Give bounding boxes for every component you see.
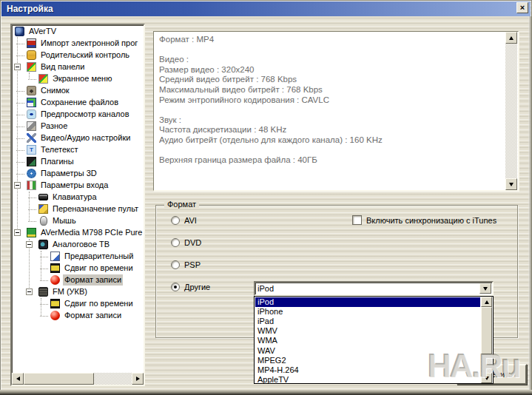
snapshot-icon bbox=[27, 86, 36, 95]
tree-item[interactable]: Формат записи bbox=[12, 310, 144, 322]
radio-button[interactable] bbox=[171, 260, 180, 269]
radio-label: PSP bbox=[184, 260, 201, 269]
tree-expander-minus-icon[interactable] bbox=[26, 241, 33, 248]
tree-item-label[interactable]: Плагины bbox=[39, 156, 75, 167]
fm-radio-icon bbox=[38, 287, 48, 297]
info-line: Верхняя граница размера файла : 40ГБ bbox=[159, 155, 500, 166]
tree-connector bbox=[40, 257, 48, 257]
other-format-combobox[interactable]: iPod bbox=[254, 281, 494, 296]
tree-item-label[interactable]: Формат записи bbox=[63, 310, 123, 321]
format-info-box: Формат : MP4 Видео :Размер видео : 320x2… bbox=[153, 31, 519, 191]
scroll-track[interactable] bbox=[505, 44, 517, 178]
tree-item[interactable]: Параметры входа bbox=[12, 180, 144, 192]
format-radio-psp[interactable]: PSP bbox=[171, 260, 201, 270]
tree-horizontal-scrollbar[interactable] bbox=[12, 373, 144, 385]
tree-item-label[interactable]: Экранное меню bbox=[51, 73, 113, 84]
tree-item-label[interactable]: AVerMedia M798 PCIe Pure bbox=[39, 227, 144, 238]
radio-button[interactable] bbox=[171, 283, 180, 291]
info-line: Размер видео : 320x240 bbox=[159, 65, 500, 75]
tree-connector bbox=[16, 126, 24, 127]
input-settings-icon bbox=[27, 180, 36, 190]
tree-item[interactable]: Снимок bbox=[12, 85, 144, 97]
tree-connector bbox=[16, 174, 24, 175]
tree-item[interactable]: Формат записи bbox=[12, 274, 144, 286]
tree-item-label[interactable]: Родительский контроль bbox=[39, 50, 131, 61]
tree-item-label[interactable]: FM (УКВ) bbox=[51, 286, 89, 297]
scroll-down-button[interactable] bbox=[505, 178, 517, 190]
tree-item[interactable]: Родительский контроль bbox=[12, 50, 144, 61]
tree-item[interactable]: Предварительный bbox=[12, 251, 144, 263]
tree-item-label[interactable]: Параметры 3D bbox=[39, 168, 98, 179]
scroll-right-button[interactable] bbox=[132, 373, 144, 385]
tree-item-label[interactable]: Вид панели bbox=[39, 61, 86, 72]
tree-item[interactable]: Сдвиг по времени bbox=[12, 298, 144, 310]
tree-item[interactable]: TТелетекст bbox=[12, 144, 144, 156]
tree-connector bbox=[16, 55, 24, 56]
tree-expander-minus-icon[interactable] bbox=[26, 288, 33, 295]
format-radio-dvd[interactable]: DVD bbox=[171, 237, 201, 248]
capture-card-icon bbox=[27, 228, 36, 237]
scroll-left-button[interactable] bbox=[12, 373, 24, 385]
tree-item[interactable]: FM (УКВ) bbox=[12, 286, 144, 298]
tree-item-label[interactable]: Сдвиг по времени bbox=[63, 263, 135, 274]
group-box-title: Формат bbox=[164, 200, 199, 209]
osd-menu-icon bbox=[38, 74, 48, 84]
tree-item-label[interactable]: Предпросмотр каналов bbox=[39, 109, 131, 120]
tree-item-label[interactable]: AVerTV bbox=[27, 26, 58, 37]
radio-button[interactable] bbox=[171, 238, 180, 247]
chevron-down-icon[interactable] bbox=[479, 283, 491, 294]
tree-item-label[interactable]: Снимок bbox=[39, 85, 71, 96]
tree-expander-minus-icon[interactable] bbox=[14, 64, 21, 70]
scroll-thumb[interactable] bbox=[24, 373, 94, 385]
tree-item-label[interactable]: Формат записи bbox=[63, 274, 123, 286]
tree-connector bbox=[28, 198, 36, 198]
tree-item[interactable]: Разное bbox=[12, 121, 144, 132]
tree-item[interactable]: Видео/Аудио настройки bbox=[12, 132, 144, 144]
dropdown-option[interactable]: iPhone bbox=[255, 307, 480, 317]
tree-item[interactable]: Плагины bbox=[12, 156, 144, 168]
info-line: Аудио битрейт (отдельно для каждого кана… bbox=[159, 135, 500, 146]
scroll-up-button[interactable] bbox=[505, 32, 517, 44]
tree-item-label[interactable]: Параметры входа bbox=[39, 180, 110, 191]
dropdown-option[interactable]: iPad bbox=[255, 317, 480, 326]
tree-item[interactable]: Экранное меню bbox=[12, 73, 144, 85]
format-radio-avi[interactable]: AVI bbox=[171, 215, 197, 226]
tree-item-label[interactable]: Разное bbox=[39, 121, 69, 132]
tree-item-label[interactable]: Клавиатура bbox=[51, 192, 98, 203]
tree-item[interactable]: Вид панели bbox=[12, 61, 144, 73]
tree-item-label[interactable]: Видео/Аудио настройки bbox=[39, 132, 132, 144]
itunes-sync-checkbox[interactable] bbox=[352, 215, 362, 225]
tree-item[interactable]: Клавиатура bbox=[12, 192, 144, 203]
itunes-sync-option[interactable]: Включить синхронизацию с iTunes bbox=[352, 215, 496, 225]
scroll-up-button[interactable] bbox=[481, 297, 492, 307]
tree-item[interactable]: AVerTV bbox=[12, 26, 144, 38]
tree-item[interactable]: Сдвиг по времени bbox=[12, 263, 144, 274]
keyboard-icon bbox=[38, 194, 48, 200]
tree-item-label[interactable]: Телетекст bbox=[39, 144, 80, 155]
tree-item[interactable]: AVerMedia M798 PCIe Pure bbox=[12, 227, 144, 239]
tree-item[interactable]: Мышь bbox=[12, 215, 144, 227]
tree-item[interactable]: Аналоговое ТВ bbox=[12, 239, 144, 251]
tree-item-label[interactable]: Мышь bbox=[51, 215, 78, 226]
tree-item-label[interactable]: Переназначение пульт bbox=[51, 203, 140, 215]
tree-item-label[interactable]: Сохранение файлов bbox=[39, 97, 120, 108]
format-radio-другие[interactable]: Другие bbox=[171, 282, 210, 292]
tree-item-label[interactable]: Предварительный bbox=[63, 251, 135, 262]
info-vertical-scrollbar[interactable] bbox=[505, 32, 518, 190]
dropdown-option[interactable]: WMV bbox=[255, 326, 480, 336]
tree-expander-minus-icon[interactable] bbox=[14, 229, 21, 236]
tree-expander-minus-icon[interactable] bbox=[14, 182, 21, 189]
close-icon[interactable]: × bbox=[516, 2, 528, 13]
tree-item-label[interactable]: Аналоговое ТВ bbox=[51, 239, 111, 250]
tree-item[interactable]: Импорт электронной прог bbox=[12, 38, 144, 50]
tree-item-label[interactable]: Сдвиг по времени bbox=[63, 298, 135, 309]
tree-item[interactable]: Предпросмотр каналов bbox=[12, 109, 144, 121]
tree-item[interactable]: Параметры 3D bbox=[12, 168, 144, 180]
tree-item[interactable]: Сохранение файлов bbox=[12, 97, 144, 109]
radio-button[interactable] bbox=[171, 216, 180, 225]
tree-item[interactable]: Переназначение пульт bbox=[12, 203, 144, 215]
tree-connector bbox=[16, 44, 24, 44]
dropdown-option[interactable]: iPod bbox=[255, 297, 480, 307]
dropdown-option[interactable]: WMA bbox=[255, 336, 480, 345]
tree-item-label[interactable]: Импорт электронной прог bbox=[39, 38, 139, 49]
